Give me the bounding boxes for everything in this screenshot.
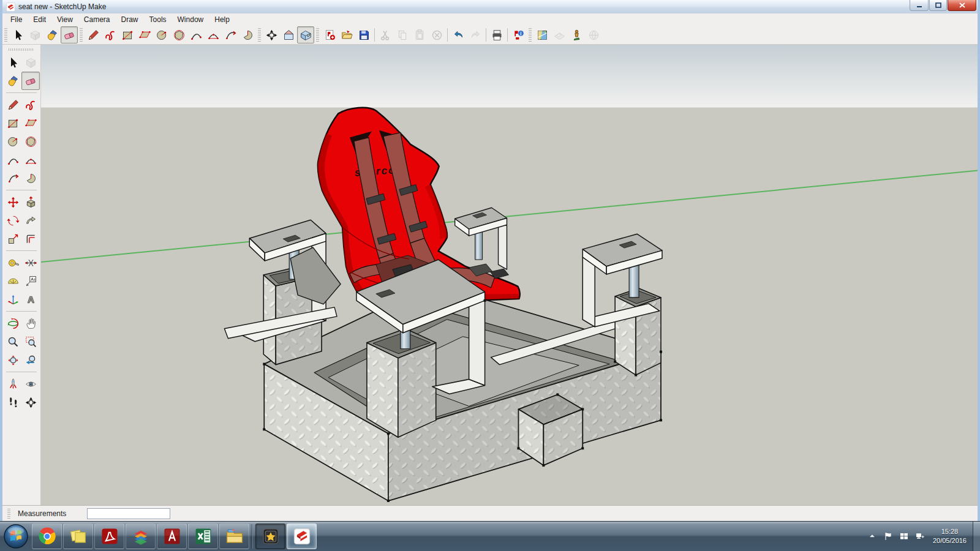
freehand-tool-button[interactable] [102, 26, 119, 43]
minimize-button[interactable] [910, 0, 929, 11]
taskbar-clock[interactable]: 15:28 20/05/2016 [933, 527, 967, 545]
title-bar[interactable]: seat new - SketchUp Make [2, 0, 978, 13]
3d-warehouse-tool-button[interactable] [585, 26, 602, 43]
palette-make-component-tool-button[interactable] [21, 53, 40, 72]
palette-pan-tool-button[interactable] [21, 314, 40, 332]
toggle-terrain-tool-button[interactable] [551, 26, 568, 43]
copy-tool-button[interactable] [394, 26, 411, 43]
tray-hidden-icons-button[interactable] [867, 531, 877, 541]
tray-action-center-flag-button[interactable] [883, 531, 893, 541]
palette-axes-tool-button[interactable] [4, 290, 22, 309]
two-point-arc-tool-button[interactable] [205, 26, 222, 43]
palette-look-around-tool-button[interactable] [21, 375, 40, 393]
toolbar-grip-drawing[interactable] [80, 28, 83, 42]
taskbar-chrome-button[interactable] [32, 523, 62, 549]
palette-grip[interactable] [9, 48, 34, 51]
statusbar-grip[interactable] [7, 509, 10, 519]
rectangle-tool-button[interactable] [119, 26, 136, 43]
print-tool-button[interactable] [488, 26, 505, 43]
close-button[interactable] [948, 0, 976, 11]
erase-tool-button[interactable] [428, 26, 445, 43]
measurements-input[interactable] [87, 508, 170, 519]
undo-tool-button[interactable] [450, 26, 467, 43]
menu-window[interactable]: Window [172, 14, 209, 25]
palette-zoom-tool-button[interactable] [4, 332, 22, 351]
arc-tool-button[interactable] [187, 26, 205, 43]
toolbar-grip-principal[interactable] [4, 28, 7, 42]
menu-help[interactable]: Help [209, 14, 235, 25]
palette-circle-tool-button[interactable] [4, 132, 22, 151]
view-front-tool-button[interactable] [280, 26, 297, 43]
viewport-3d[interactable]: sparco [41, 45, 978, 505]
palette-line-tool-button[interactable] [4, 96, 22, 114]
eraser-tool-button[interactable] [61, 26, 78, 43]
palette-paint-bucket-tool-button[interactable] [4, 72, 22, 90]
palette-3d-text-tool-button[interactable] [21, 290, 40, 309]
palette-arc-tool-button[interactable] [4, 151, 22, 169]
geo-location-tool-button[interactable] [533, 26, 551, 43]
menu-camera[interactable]: Camera [78, 14, 116, 25]
show-desktop-button[interactable] [973, 522, 980, 551]
save-tool-button[interactable] [355, 26, 372, 43]
pie-tool-button[interactable] [239, 26, 256, 43]
palette-rotated-rectangle-tool-button[interactable] [21, 114, 40, 132]
taskbar-star-app-button[interactable] [255, 523, 285, 549]
palette-three-point-arc-tool-button[interactable] [4, 169, 22, 187]
palette-follow-me-tool-button[interactable] [21, 211, 40, 230]
palette-walk-tool-button[interactable] [4, 393, 22, 411]
palette-zoom-window-tool-button[interactable] [21, 332, 40, 351]
polygon-tool-button[interactable] [170, 26, 187, 43]
palette-rectangle-tool-button[interactable] [4, 114, 22, 132]
tray-network-button[interactable] [915, 531, 925, 541]
palette-pie-tool-button[interactable] [21, 169, 40, 187]
view-iso-tool-button[interactable] [297, 26, 314, 43]
taskbar-bluestacks-button[interactable] [126, 523, 156, 549]
open-tool-button[interactable] [338, 26, 355, 43]
menu-view[interactable]: View [51, 14, 78, 25]
select-tool-button[interactable] [9, 26, 26, 43]
palette-navigation-compass-tool-button[interactable] [21, 393, 40, 411]
toolbar-grip-location[interactable] [529, 28, 532, 42]
paste-tool-button[interactable] [411, 26, 428, 43]
palette-eraser-tool-button[interactable] [21, 72, 40, 90]
add-person-tool-button[interactable] [568, 26, 585, 43]
taskbar-sticky-notes-button[interactable] [63, 523, 93, 549]
toolbar-grip-standard[interactable] [316, 28, 319, 42]
taskbar-excel-button[interactable] [188, 523, 218, 549]
palette-offset-tool-button[interactable] [21, 230, 40, 248]
palette-tape-measure-tool-button[interactable] [4, 253, 22, 272]
model-info-tool-button[interactable] [510, 26, 527, 43]
palette-zoom-extents-tool-button[interactable] [4, 351, 22, 369]
taskbar-acrobat-button[interactable] [94, 523, 124, 549]
palette-zoom-previous-tool-button[interactable] [21, 351, 40, 369]
start-button[interactable] [2, 523, 29, 550]
palette-position-camera-tool-button[interactable] [4, 375, 22, 393]
navigation-compass-tool-button[interactable] [263, 26, 280, 43]
cut-tool-button[interactable] [377, 26, 394, 43]
palette-two-point-arc-tool-button[interactable] [21, 151, 40, 169]
maximize-button[interactable] [929, 0, 947, 11]
taskbar-sketchup-button[interactable] [287, 523, 317, 549]
palette-protractor-tool-button[interactable] [4, 272, 22, 290]
palette-rotate-tool-button[interactable] [4, 211, 22, 230]
palette-scale-tool-button[interactable] [4, 230, 22, 248]
three-point-arc-tool-button[interactable] [222, 26, 239, 43]
menu-file[interactable]: File [5, 14, 28, 25]
palette-text-tool-button[interactable] [21, 272, 40, 290]
taskbar-autocad-button[interactable] [157, 523, 187, 549]
toolbar-grip-views[interactable] [258, 28, 261, 42]
line-tool-button[interactable] [85, 26, 102, 43]
menu-edit[interactable]: Edit [28, 14, 51, 25]
make-component-tool-button[interactable] [26, 26, 43, 43]
palette-push-pull-tool-button[interactable] [21, 193, 40, 211]
menu-draw[interactable]: Draw [116, 14, 144, 25]
palette-select-tool-button[interactable] [4, 53, 22, 72]
new-tool-button[interactable] [321, 26, 338, 43]
palette-freehand-tool-button[interactable] [21, 96, 40, 114]
paint-bucket-tool-button[interactable] [43, 26, 61, 43]
taskbar-file-explorer-button[interactable] [219, 523, 249, 549]
circle-tool-button[interactable] [153, 26, 170, 43]
palette-dimension-tool-button[interactable] [21, 253, 40, 272]
rotated-rectangle-tool-button[interactable] [136, 26, 153, 43]
palette-move-tool-button[interactable] [4, 193, 22, 211]
